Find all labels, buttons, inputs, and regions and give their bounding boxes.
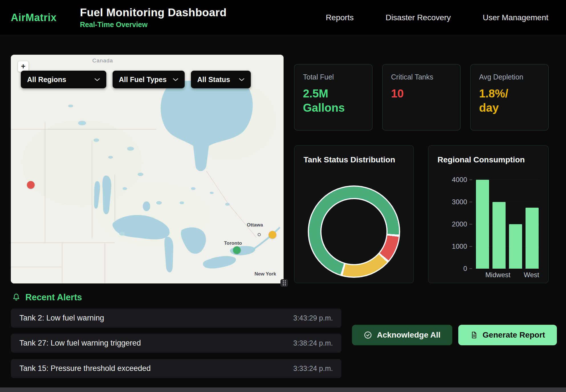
header: AirMatrix Fuel Monitoring Dashboard Real… [0,0,566,35]
regional-consumption-card: Regional Consumption 01000200030004000 M… [428,145,549,283]
alert-timestamp: 3:43:29 p.m. [293,314,333,322]
region-filter-dropdown[interactable]: All Regions [21,71,106,88]
chevron-down-icon [94,78,100,81]
map-canvas [11,55,284,283]
nav-user-management[interactable]: User Management [483,13,548,22]
y-axis-label: 3000 [431,199,472,205]
stat-card-total-fuel: Total Fuel 2.5M Gallons [294,64,372,130]
ottawa-town-dot-icon [258,233,261,236]
chevron-down-icon [173,78,178,81]
top-nav: Reports Disaster Recovery User Managemen… [326,13,548,22]
page-subtitle: Real-Time Overview [80,21,227,29]
recent-alerts-heading: Recent Alerts [12,292,82,303]
x-axis-label [475,271,482,279]
alert-row[interactable]: Tank 15: Pressure threshold exceeded 3:3… [11,359,341,378]
gridline [475,268,539,269]
status-filter-label: All Status [197,75,230,84]
title-block: Fuel Monitoring Dashboard Real-Time Over… [80,6,227,29]
acknowledge-all-button[interactable]: Acknowledge All [352,325,452,345]
tank-status-donut [308,185,400,278]
gridline [475,179,539,180]
gridline [475,202,539,202]
stat-label: Critical Tanks [391,73,452,81]
stat-value: 2.5M Gallons [303,86,364,115]
consumption-bar [526,208,539,269]
x-labels: MidwestWest [475,271,539,279]
stat-value: 10 [391,86,452,101]
x-axis-label: Midwest [485,271,510,279]
y-axis-label: 1000 [431,243,472,250]
nav-reports[interactable]: Reports [326,13,354,22]
generate-report-label: Generate Report [482,330,545,340]
recent-alerts-title: Recent Alerts [25,292,82,303]
horizontal-scrollbar[interactable] [0,387,566,392]
document-icon [470,331,478,339]
fuel-type-filter-label: All Fuel Types [119,75,167,84]
donut-hole [320,198,388,265]
tank-marker-critical[interactable] [27,181,34,189]
consumption-bar [492,202,506,269]
plus-icon: + [21,62,26,71]
y-axis-label: 2000 [431,221,472,228]
tank-marker-warning[interactable] [268,231,276,238]
alert-timestamp: 3:33:24 p.m. [293,364,333,373]
consumption-bar [476,180,489,269]
acknowledge-all-label: Acknowledge All [377,330,440,340]
stat-value: 1.8%/ day [479,86,540,115]
bar-chart-title: Regional Consumption [437,155,525,164]
stat-card-avg-depletion: Avg Depletion 1.8%/ day [470,64,549,130]
stat-card-critical-tanks: Critical Tanks 10 [382,64,461,130]
region-filter-label: All Regions [27,75,66,84]
fuel-type-filter-dropdown[interactable]: All Fuel Types [113,71,185,88]
bars [475,180,539,269]
tank-status-card: Tank Status Distribution [294,145,414,283]
stat-label: Avg Depletion [479,73,540,81]
check-circle-icon [364,331,372,339]
zoom-in-button[interactable]: + [18,61,28,72]
bell-icon [12,293,21,302]
stat-label: Total Fuel [303,73,364,81]
alert-row[interactable]: Tank 2: Low fuel warning 3:43:29 p.m. [11,309,341,328]
donut-chart-title: Tank Status Distribution [304,155,395,164]
nav-disaster-recovery[interactable]: Disaster Recovery [386,13,451,22]
status-filter-dropdown[interactable]: All Status [191,71,251,88]
chevron-down-icon [239,78,245,81]
dashboard: AirMatrix Fuel Monitoring Dashboard Real… [0,0,566,392]
brand-logo: AirMatrix [11,12,57,24]
x-axis-label [514,271,520,279]
fuel-map[interactable]: Canada Ottawa Toronto New York + All Reg… [11,55,284,283]
y-axis-label: 4000 [431,176,472,183]
gridline [475,246,539,246]
alert-row[interactable]: Tank 27: Low fuel warning triggered 3:38… [11,334,341,353]
bar-chart-y-axis: 01000200030004000 [431,180,472,269]
map-filters: All Regions All Fuel Types All Status [21,71,251,88]
bar-chart-plot [475,180,539,269]
alert-timestamp: 3:38:24 p.m. [293,339,333,347]
page-title: Fuel Monitoring Dashboard [80,6,227,19]
tank-marker-normal[interactable] [233,246,241,254]
y-axis-label: 0 [431,265,472,272]
alert-message: Tank 27: Low fuel warning triggered [19,339,141,348]
alert-message: Tank 15: Pressure threshold exceeded [19,364,151,373]
consumption-bar [509,224,522,269]
x-axis-label: West [524,271,539,279]
alert-message: Tank 2: Low fuel warning [19,314,104,322]
generate-report-button[interactable]: Generate Report [458,325,557,345]
map-resize-grip-icon[interactable] [280,279,288,287]
gridline [475,224,539,224]
